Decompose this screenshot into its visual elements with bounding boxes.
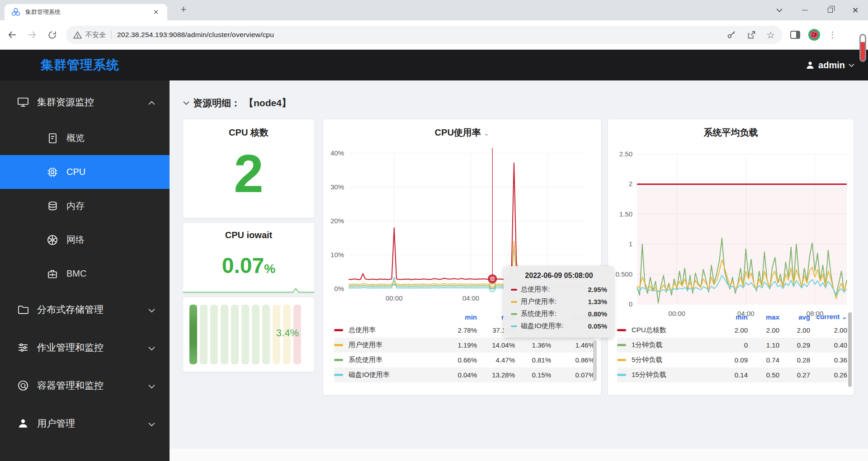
browser-menu-icon[interactable]: ⋮ bbox=[828, 33, 835, 36]
chevron-up-icon bbox=[148, 97, 155, 108]
chart-tooltip: 2022-06-09 05:08:00 总使用率: 2.95% 用户使用率: 1… bbox=[504, 266, 613, 338]
legend-row[interactable]: 用户使用率 1.19% 14.04% 1.36% 1.46% bbox=[334, 338, 594, 353]
series-dash bbox=[617, 329, 626, 331]
cpu-gauge-card: 3.4% bbox=[183, 297, 315, 372]
back-icon[interactable] bbox=[5, 27, 20, 42]
legend-row[interactable]: CPU总核数 2.00 2.00 2.00 2.00 bbox=[617, 323, 847, 338]
chevron-down-icon bbox=[148, 380, 155, 391]
window-close-button[interactable]: ✕ bbox=[843, 0, 868, 20]
monitor-icon bbox=[17, 97, 29, 108]
sidebar-item-bmc[interactable]: BMC bbox=[0, 257, 170, 291]
sidebar-item-label: 网络 bbox=[66, 234, 85, 246]
url-text[interactable]: 202.38.254.193:9088/admin/cluster/overvi… bbox=[117, 31, 274, 39]
side-panel-icon[interactable] bbox=[790, 31, 800, 39]
cpu-cores-title: CPU 核数 bbox=[183, 119, 314, 139]
legend-header-avg[interactable]: avg bbox=[779, 313, 810, 321]
series-dash bbox=[511, 313, 517, 315]
cpu-usage-chart-title[interactable]: CPU使用率⌄ bbox=[323, 119, 601, 139]
legend-row[interactable]: 系统使用率 0.66% 4.47% 0.81% 0.86% bbox=[334, 353, 594, 367]
sidebar-item-label: CPU bbox=[66, 167, 85, 177]
series-dash bbox=[334, 344, 343, 346]
document-icon bbox=[47, 133, 58, 144]
series-dash bbox=[334, 374, 343, 376]
svg-text:0%: 0% bbox=[334, 285, 344, 292]
password-key-icon[interactable] bbox=[726, 30, 736, 40]
user-menu[interactable]: admin bbox=[806, 60, 854, 71]
svg-text:20%: 20% bbox=[330, 217, 344, 225]
chevron-down-icon bbox=[148, 304, 155, 315]
series-dash bbox=[334, 329, 343, 331]
legend-row[interactable]: 磁盘IO使用率 0.04% 13.28% 0.15% 0.07% bbox=[334, 367, 594, 382]
sidebar: 集群资源监控 概览 CPU bbox=[0, 80, 170, 461]
section-header[interactable]: 资源明细： 【node4】 bbox=[183, 97, 291, 109]
window-minimize-button[interactable] bbox=[792, 0, 817, 20]
not-secure-warning-icon bbox=[73, 31, 82, 39]
legend-header-min[interactable]: min bbox=[714, 313, 748, 321]
legend-row[interactable]: 5分钟负载 0.09 0.74 0.28 0.36 bbox=[617, 353, 847, 367]
tab-title: 集群管理系统 bbox=[25, 8, 151, 16]
legend-row[interactable]: 15分钟负载 0.14 0.50 0.27 0.26 bbox=[617, 367, 847, 382]
gauge-bar bbox=[221, 305, 228, 364]
node-label: 【node4】 bbox=[244, 97, 291, 109]
forward-icon[interactable] bbox=[24, 27, 40, 42]
briefcase-icon bbox=[47, 268, 58, 279]
gauge-bar bbox=[231, 305, 239, 364]
sidebar-item-containers[interactable]: 容器管理和监控 bbox=[0, 367, 170, 405]
new-tab-button[interactable]: + bbox=[177, 4, 190, 16]
person-icon bbox=[17, 418, 29, 429]
svg-text:2.50: 2.50 bbox=[619, 150, 632, 158]
browser-tab-bar: 集群管理系统 ✕ + ✕ bbox=[0, 0, 868, 20]
svg-text:40%: 40% bbox=[330, 149, 344, 157]
svg-text:1.50: 1.50 bbox=[619, 210, 632, 218]
sidebar-item-memory[interactable]: 内存 bbox=[0, 189, 170, 223]
svg-text:00:00: 00:00 bbox=[386, 294, 403, 302]
sidebar-item-label: 作业管理和监控 bbox=[37, 341, 104, 354]
tab-search-chevron-icon[interactable] bbox=[767, 0, 792, 20]
user-icon bbox=[806, 61, 815, 70]
tooltip-row: 磁盘IO使用率: 0.05% bbox=[511, 320, 607, 332]
load-chart-title[interactable]: 系统平均负载 bbox=[608, 119, 854, 139]
load-average-card: 系统平均负载 2.5021.5010.500000:0004:0008:00 m… bbox=[608, 119, 854, 395]
sidebar-item-jobs[interactable]: 作业管理和监控 bbox=[0, 329, 170, 367]
cpu-iowait-title: CPU iowait bbox=[183, 223, 314, 240]
iowait-sparkline bbox=[183, 287, 314, 293]
browser-tab[interactable]: 集群管理系统 ✕ bbox=[5, 4, 167, 20]
legend-scrollbar-thumb[interactable] bbox=[593, 340, 597, 381]
legend-header-min[interactable]: min bbox=[439, 313, 477, 321]
sidebar-item-storage[interactable]: 分布式存储管理 bbox=[0, 291, 170, 329]
legend-header-current[interactable]: current ⌄ bbox=[810, 313, 847, 321]
bookmark-star-icon[interactable]: ☆ bbox=[766, 30, 775, 40]
url-bar[interactable]: 不安全 202.38.254.193:9088/admin/cluster/ov… bbox=[66, 26, 782, 44]
folder-icon bbox=[17, 305, 29, 315]
cpu-iowait-value: 0.07% bbox=[183, 253, 314, 278]
network-wheel-icon bbox=[47, 235, 58, 245]
sidebar-item-cpu[interactable]: CPU bbox=[0, 155, 170, 189]
not-secure-label[interactable]: 不安全 bbox=[85, 31, 106, 39]
sidebar-item-label: 容器管理和监控 bbox=[37, 379, 104, 392]
sidebar-item-users[interactable]: 用户管理 bbox=[0, 405, 170, 442]
legend-scrollbar-thumb[interactable] bbox=[848, 312, 852, 387]
load-average-chart[interactable]: 2.5021.5010.500000:0004:0008:00 bbox=[608, 119, 854, 325]
app-title: 集群管理系统 bbox=[41, 56, 119, 74]
svg-text:0.500: 0.500 bbox=[615, 270, 632, 278]
reload-icon[interactable] bbox=[44, 27, 60, 42]
sidebar-item-network[interactable]: 网络 bbox=[0, 223, 170, 257]
cpu-cores-card: CPU 核数 2 bbox=[183, 119, 315, 218]
cpu-iowait-card: CPU iowait 0.07% bbox=[183, 222, 315, 293]
tab-close-icon[interactable]: ✕ bbox=[151, 7, 161, 17]
sidebar-item-cluster-monitor[interactable]: 集群资源监控 bbox=[0, 83, 170, 121]
share-icon[interactable] bbox=[746, 30, 756, 40]
cpu-chip-icon bbox=[47, 167, 58, 178]
sidebar-item-label: 内存 bbox=[66, 200, 85, 212]
sidebar-item-label: 集群资源监控 bbox=[37, 96, 94, 108]
extension-watermelon-icon[interactable] bbox=[808, 29, 820, 41]
gauge-bar bbox=[200, 305, 208, 364]
legend-header-max[interactable]: max bbox=[748, 313, 779, 321]
url-divider bbox=[111, 31, 112, 39]
window-restore-button[interactable] bbox=[817, 0, 843, 20]
target-circle-icon bbox=[17, 380, 29, 391]
sidebar-item-label: BMC bbox=[66, 268, 86, 279]
page-scrollbar-thumb[interactable] bbox=[859, 34, 866, 62]
sidebar-item-overview[interactable]: 概览 bbox=[0, 121, 170, 155]
legend-row[interactable]: 1分钟负载 0 1.10 0.29 0.40 bbox=[617, 338, 847, 353]
